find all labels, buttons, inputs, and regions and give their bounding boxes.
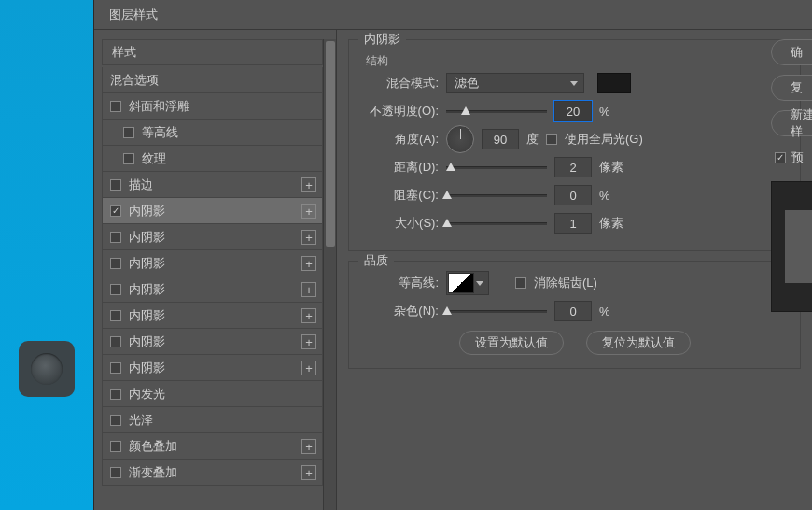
effect-checkbox[interactable]: [123, 127, 134, 138]
sidebar-item-effect[interactable]: 内阴影: [102, 303, 323, 329]
plus-icon[interactable]: [301, 230, 316, 245]
sidebar-item-effect[interactable]: 等高线: [102, 120, 323, 146]
dialog-right-column: 确 复 新建样 预: [769, 39, 812, 312]
choke-unit: %: [599, 189, 627, 203]
sidebar-item-effect[interactable]: 内阴影: [102, 276, 323, 303]
quality-label: 品质: [358, 252, 394, 269]
shadow-color-swatch[interactable]: [597, 73, 631, 93]
effect-label: 内阴影: [129, 255, 165, 272]
dialog-title: 图层样式: [109, 7, 158, 23]
effect-label: 渐变叠加: [129, 464, 177, 481]
noise-slider[interactable]: [446, 303, 547, 319]
plus-icon[interactable]: [301, 282, 316, 297]
dialog-titlebar: 图层样式: [94, 0, 812, 30]
scrollbar-thumb[interactable]: [326, 41, 335, 247]
effect-label: 内阴影: [129, 281, 165, 298]
plus-icon[interactable]: [301, 361, 316, 375]
choke-input[interactable]: [554, 185, 592, 205]
effect-label: 纹理: [142, 150, 166, 167]
choke-label: 阻塞(C):: [360, 187, 439, 204]
angle-input[interactable]: [482, 129, 519, 149]
effect-label: 等高线: [142, 124, 178, 141]
noise-label: 杂色(N):: [360, 303, 439, 319]
effect-checkbox[interactable]: [110, 415, 121, 426]
blend-mode-select[interactable]: 滤色: [446, 73, 584, 93]
size-unit: 像素: [599, 215, 627, 232]
sidebar-item-effect[interactable]: 内阴影: [102, 329, 323, 355]
sidebar-item-effect[interactable]: 内发光: [102, 381, 323, 407]
opacity-input[interactable]: [554, 101, 592, 121]
effect-checkbox[interactable]: [110, 362, 121, 374]
canvas-joystick-shape: [19, 341, 75, 397]
effect-checkbox[interactable]: [110, 467, 121, 478]
noise-input[interactable]: [554, 301, 592, 321]
angle-unit: 度: [526, 131, 539, 148]
plus-icon[interactable]: [301, 334, 316, 349]
effect-label: 内阴影: [129, 229, 165, 246]
sidebar-item-effect[interactable]: 颜色叠加: [102, 433, 323, 460]
global-light-label: 使用全局光(G): [565, 131, 643, 148]
sidebar-item-effect[interactable]: 纹理: [102, 146, 323, 172]
contour-thumbnail: [448, 273, 474, 293]
sidebar-header-styles[interactable]: 样式: [102, 39, 323, 65]
effect-checkbox[interactable]: [110, 441, 121, 452]
quality-panel: 品质 等高线: 消除锯齿(L) 杂色(N):: [348, 261, 801, 369]
size-slider[interactable]: [446, 215, 547, 232]
cancel-button[interactable]: 复: [771, 75, 812, 101]
sidebar-item-effect[interactable]: 内阴影: [102, 224, 323, 250]
effect-checkbox[interactable]: [110, 310, 121, 321]
sidebar-scrollbar[interactable]: [323, 39, 336, 510]
effect-checkbox[interactable]: [110, 336, 121, 347]
effect-checkbox[interactable]: [110, 232, 121, 243]
sidebar-item-effect[interactable]: 斜面和浮雕: [102, 93, 323, 120]
new-style-button[interactable]: 新建样: [771, 110, 812, 136]
angle-dial[interactable]: [446, 125, 474, 153]
antialias-label: 消除锯齿(L): [534, 275, 597, 291]
size-label: 大小(S):: [360, 215, 439, 232]
effect-checkbox[interactable]: [110, 205, 121, 217]
preview-thumbnail: [771, 181, 812, 312]
structure-label: 结构: [366, 53, 789, 69]
make-default-button[interactable]: 设置为默认值: [459, 331, 564, 355]
effect-checkbox[interactable]: [110, 284, 121, 295]
preview-checkbox[interactable]: [775, 152, 786, 163]
global-light-checkbox[interactable]: [546, 134, 557, 145]
plus-icon[interactable]: [301, 465, 316, 480]
choke-slider[interactable]: [446, 187, 547, 204]
effects-sidebar: 样式混合选项斜面和浮雕等高线纹理描边内阴影内阴影内阴影内阴影内阴影内阴影内阴影内…: [94, 30, 337, 510]
reset-default-button[interactable]: 复位为默认值: [586, 331, 691, 355]
sidebar-item-blend-options[interactable]: 混合选项: [102, 67, 323, 93]
plus-icon[interactable]: [301, 177, 316, 192]
plus-icon[interactable]: [301, 439, 316, 454]
canvas-background: [0, 0, 93, 510]
sidebar-item-effect[interactable]: 描边: [102, 172, 323, 198]
plus-icon[interactable]: [301, 308, 316, 323]
plus-icon[interactable]: [301, 256, 316, 271]
sidebar-item-effect[interactable]: 内阴影: [102, 250, 323, 276]
sidebar-item-effect[interactable]: 内阴影: [102, 355, 323, 381]
sidebar-item-effect[interactable]: 渐变叠加: [102, 460, 323, 486]
effect-checkbox[interactable]: [123, 153, 134, 164]
distance-slider[interactable]: [446, 159, 547, 176]
effect-label: 颜色叠加: [129, 438, 177, 455]
antialias-checkbox[interactable]: [515, 277, 526, 289]
effect-checkbox[interactable]: [110, 389, 121, 400]
effect-label: 斜面和浮雕: [129, 98, 189, 115]
contour-picker[interactable]: [446, 271, 489, 295]
size-input[interactable]: [554, 213, 592, 234]
effect-checkbox[interactable]: [110, 179, 121, 191]
effect-label: 内阴影: [129, 307, 165, 324]
effect-checkbox[interactable]: [110, 258, 121, 269]
noise-unit: %: [599, 305, 627, 319]
preview-label: 预: [791, 149, 804, 166]
distance-unit: 像素: [599, 159, 627, 176]
ok-button[interactable]: 确: [771, 39, 812, 65]
opacity-slider[interactable]: [446, 103, 547, 120]
plus-icon[interactable]: [301, 204, 316, 219]
sidebar-item-effect[interactable]: 内阴影: [102, 198, 323, 224]
effect-checkbox[interactable]: [110, 101, 121, 112]
distance-input[interactable]: [554, 157, 592, 177]
opacity-label: 不透明度(O):: [360, 103, 439, 120]
effect-label: 内阴影: [129, 360, 165, 376]
sidebar-item-effect[interactable]: 光泽: [102, 407, 323, 433]
